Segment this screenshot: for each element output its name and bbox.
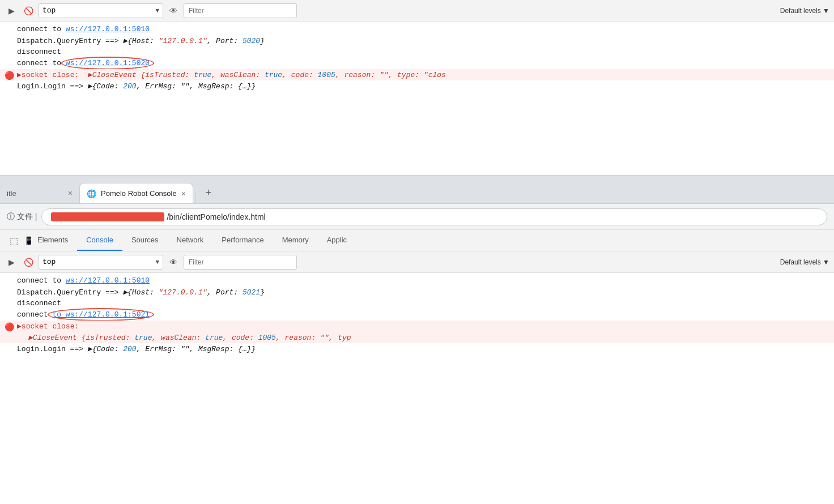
browser-tab-2[interactable]: 🌐 Pomelo Robot Console × [79, 183, 193, 203]
default-levels-button[interactable]: Default levels ▼ [780, 7, 829, 15]
ws-link-5010-bottom[interactable]: ws://127.0.0.1:5010 [66, 276, 150, 285]
console-text: Login.Login ==> ▶{Code: 200, ErrMsg: "",… [17, 82, 256, 91]
bottom-filter-input[interactable] [184, 255, 297, 270]
console-text: ▶socket close: ▶CloseEvent {isTrusted: t… [17, 70, 446, 79]
ws-link-5021[interactable]: to ws://127.0.0.1:5021 [52, 310, 150, 319]
browser-tab-bar: itle × 🌐 Pomelo Robot Console × + [0, 176, 834, 204]
tab-network[interactable]: Network [168, 230, 213, 251]
top-console-output: connect to ws://127.0.0.1:5010 Dispatch.… [0, 22, 834, 176]
top-toolbar: ▶ 🚫 top ▼ 👁 Default levels ▼ [0, 0, 834, 22]
devtools-tab-bar: ⬚ 📱 Elements Console Sources Network Per… [0, 230, 834, 251]
devtools-inspect-icons: ⬚ 📱 [2, 230, 40, 251]
console-line: Login.Login ==> ▶{Code: 200, ErrMsg: "",… [0, 343, 834, 354]
ws-link-5010[interactable]: ws://127.0.0.1:5010 [66, 25, 150, 33]
console-text: ▶socket close: [17, 322, 79, 331]
bottom-default-levels-button[interactable]: Default levels ▼ [780, 258, 829, 266]
tab-console[interactable]: Console [77, 230, 122, 251]
tab-close-2[interactable]: × [181, 189, 186, 198]
add-tab-button[interactable]: + [201, 185, 216, 201]
stop-button[interactable]: 🚫 [22, 4, 35, 18]
bottom-toolbar: ▶ 🚫 top ▼ 👁 Default levels ▼ [0, 251, 834, 273]
console-line: connect to ws://127.0.0.1:5010 [0, 24, 834, 35]
redacted-url-part [51, 212, 164, 221]
bottom-context-label: top [42, 258, 56, 266]
console-text: Login.Login ==> ▶{Code: 200, ErrMsg: "",… [17, 344, 256, 353]
context-selector[interactable]: top ▼ [39, 3, 163, 18]
console-line-error: 🔴 ▶socket close: [0, 321, 834, 332]
bottom-context-dropdown-arrow: ▼ [155, 259, 159, 266]
bottom-console-output: connect to ws://127.0.0.1:5010 Dispatch.… [0, 273, 834, 504]
bottom-devtools-panel: ⬚ 📱 Elements Console Sources Network Per… [0, 230, 834, 504]
tab-list: itle × 🌐 Pomelo Robot Console × + [0, 176, 216, 203]
tab-label-1: itle [7, 189, 16, 198]
tab-label-2: Pomelo Robot Console [101, 189, 177, 198]
address-prefix: ⓘ 文件 | [7, 212, 37, 222]
console-line: Login.Login ==> ▶{Code: 200, ErrMsg: "",… [0, 80, 834, 92]
context-label: top [42, 6, 56, 15]
console-text: connect to ws://127.0.0.1:5010 [17, 25, 150, 33]
console-text: Dispatch.QueryEntry ==> ▶{Host: "127.0.0… [17, 288, 265, 297]
console-line: disconnect [0, 46, 834, 58]
url-path: /bin/clientPomelo/index.html [167, 212, 265, 221]
console-text: connect to ws://127.0.0.1:5010 [17, 276, 150, 285]
play-button[interactable]: ▶ [5, 4, 18, 18]
console-text: ▶CloseEvent {isTrusted: true, wasClean: … [28, 333, 351, 342]
error-icon: 🔴 [5, 71, 14, 80]
console-text: disconnect [17, 299, 61, 307]
inspect-element-button[interactable]: ⬚ [7, 234, 20, 247]
console-line: connect to ws://127.0.0.1:5020 [0, 58, 834, 69]
tab-memory[interactable]: Memory [273, 230, 318, 251]
eye-button[interactable]: 👁 [167, 4, 180, 18]
browser-tab-1[interactable]: itle × [0, 183, 79, 203]
console-line-error-sub: ▶CloseEvent {isTrusted: true, wasClean: … [0, 332, 834, 343]
console-line: disconnect [0, 298, 834, 309]
url-bar[interactable]: /bin/clientPomelo/index.html [41, 208, 827, 225]
tab-application[interactable]: Applic [318, 230, 356, 251]
bottom-stop-button[interactable]: 🚫 [22, 255, 35, 269]
top-devtools-panel: ▶ 🚫 top ▼ 👁 Default levels ▼ connect to … [0, 0, 834, 176]
address-bar: ⓘ 文件 | /bin/clientPomelo/index.html [0, 204, 834, 230]
filter-input[interactable] [184, 3, 297, 18]
ws-link-5020[interactable]: ws://127.0.0.1:5020 [66, 59, 150, 67]
tab-separator [195, 192, 196, 203]
bottom-context-selector[interactable]: top ▼ [39, 255, 163, 270]
console-line: connect to ws://127.0.0.1:5021 [0, 309, 834, 321]
error-icon-bottom: 🔴 [5, 322, 14, 332]
bottom-eye-button[interactable]: 👁 [167, 255, 180, 269]
console-text: Dispatch.QueryEntry ==> ▶{Host: "127.0.0… [17, 36, 265, 45]
console-text: disconnect [17, 48, 61, 56]
tab-sources[interactable]: Sources [122, 230, 168, 251]
console-line-error: 🔴 ▶socket close: ▶CloseEvent {isTrusted:… [0, 69, 834, 80]
console-text: connect to ws://127.0.0.1:5020 [17, 59, 150, 67]
tab-close-1[interactable]: × [68, 189, 73, 198]
console-line: Dispatch.QueryEntry ==> ▶{Host: "127.0.0… [0, 35, 834, 46]
context-dropdown-arrow: ▼ [155, 7, 159, 14]
tab-favicon-2: 🌐 [87, 189, 96, 198]
device-mode-button[interactable]: 📱 [22, 234, 35, 247]
bottom-play-button[interactable]: ▶ [5, 255, 18, 269]
console-line: connect to ws://127.0.0.1:5010 [0, 275, 834, 287]
console-text: connect to ws://127.0.0.1:5021 [17, 310, 150, 319]
tab-performance[interactable]: Performance [212, 230, 273, 251]
console-line: Dispatch.QueryEntry ==> ▶{Host: "127.0.0… [0, 287, 834, 298]
